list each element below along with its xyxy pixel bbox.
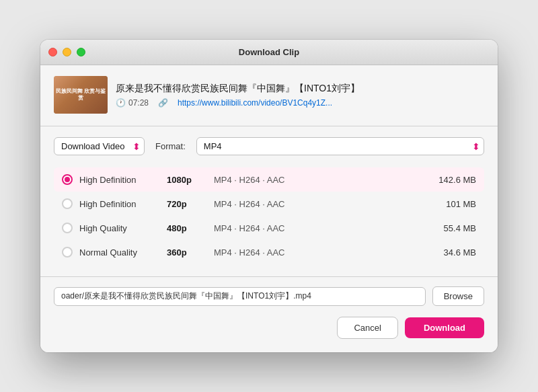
download-button[interactable]: Download xyxy=(405,317,484,338)
close-button[interactable] xyxy=(48,48,57,56)
format-label: Format: xyxy=(155,141,186,151)
filepath-row: Browse xyxy=(54,286,484,306)
quality-res-3: 360p xyxy=(167,247,214,258)
quality-item-3[interactable]: Normal Quality 360p MP4 · H264 · AAC 34.… xyxy=(54,240,484,264)
thumbnail-text: 民族民间舞 欣赏与鉴赏 xyxy=(54,87,108,104)
video-meta: 原来是我不懂得欣赏民族民间舞『中国舞』【INTO1刘宇】 🕐 07:28 🔗 h… xyxy=(116,82,484,108)
controls-row: Download Video ⬍ Format: MP4 ⬍ xyxy=(54,137,484,155)
bottom-row: Cancel Download xyxy=(54,317,484,339)
minimize-button[interactable] xyxy=(63,48,71,56)
quality-res-1: 720p xyxy=(167,199,214,209)
quality-res-2: 480p xyxy=(167,223,214,233)
video-info: 民族民间舞 欣赏与鉴赏 原来是我不懂得欣赏民族民间舞『中国舞』【INTO1刘宇】… xyxy=(54,76,484,114)
clock-icon: 🕐 xyxy=(116,98,126,108)
quality-name-1: High Definition xyxy=(79,199,167,209)
video-duration: 🕐 07:28 xyxy=(116,98,149,108)
dialog-content: 民族民间舞 欣赏与鉴赏 原来是我不懂得欣赏民族民间舞『中国舞』【INTO1刘宇】… xyxy=(40,65,498,352)
quality-size-3: 34.6 MB xyxy=(422,247,476,258)
type-dropdown-container: Download Video ⬍ xyxy=(54,137,145,155)
video-thumbnail: 民族民间舞 欣赏与鉴赏 xyxy=(54,76,108,114)
quality-codec-3: MP4 · H264 · AAC xyxy=(214,247,422,258)
duration-value: 07:28 xyxy=(128,98,149,108)
quality-codec-2: MP4 · H264 · AAC xyxy=(214,223,422,233)
quality-res-0: 1080p xyxy=(167,175,214,185)
quality-name-3: Normal Quality xyxy=(79,247,167,258)
quality-name-2: High Quality xyxy=(79,223,167,233)
radio-hd1080[interactable] xyxy=(62,174,73,185)
filepath-input[interactable] xyxy=(54,287,426,306)
download-type-select[interactable]: Download Video xyxy=(54,137,145,155)
quality-codec-0: MP4 · H264 · AAC xyxy=(214,175,422,185)
radio-nq360[interactable] xyxy=(62,247,73,258)
format-select[interactable]: MP4 xyxy=(196,137,484,155)
format-dropdown-container: MP4 ⬍ xyxy=(196,137,484,155)
quality-item-2[interactable]: High Quality 480p MP4 · H264 · AAC 55.4 … xyxy=(54,216,484,240)
radio-hd720[interactable] xyxy=(62,198,73,209)
video-link[interactable]: https://www.bilibili.com/video/BV1Cq4y1Z… xyxy=(178,98,332,108)
quality-codec-1: MP4 · H264 · AAC xyxy=(214,199,422,209)
link-icon: 🔗 xyxy=(158,98,168,108)
maximize-button[interactable] xyxy=(77,48,85,56)
separator-2 xyxy=(40,276,498,277)
browse-button[interactable]: Browse xyxy=(432,286,484,306)
quality-name-0: High Definition xyxy=(79,175,167,185)
quality-size-1: 101 MB xyxy=(422,199,476,209)
video-details: 🕐 07:28 🔗 https://www.bilibili.com/video… xyxy=(116,98,484,108)
window-title: Download Clip xyxy=(239,47,299,57)
download-dialog: Download Clip 民族民间舞 欣赏与鉴赏 原来是我不懂得欣赏民族民间舞… xyxy=(40,40,498,352)
separator-1 xyxy=(40,126,498,126)
quality-item-1[interactable]: High Definition 720p MP4 · H264 · AAC 10… xyxy=(54,192,484,216)
cancel-button[interactable]: Cancel xyxy=(337,317,397,339)
window-controls xyxy=(48,48,85,56)
video-title: 原来是我不懂得欣赏民族民间舞『中国舞』【INTO1刘宇】 xyxy=(116,82,484,94)
radio-hq480[interactable] xyxy=(62,223,73,233)
quality-size-2: 55.4 MB xyxy=(422,223,476,233)
quality-item-0[interactable]: High Definition 1080p MP4 · H264 · AAC 1… xyxy=(54,167,484,192)
titlebar: Download Clip xyxy=(40,40,498,65)
quality-size-0: 142.6 MB xyxy=(422,175,476,185)
quality-list: High Definition 1080p MP4 · H264 · AAC 1… xyxy=(54,167,484,264)
